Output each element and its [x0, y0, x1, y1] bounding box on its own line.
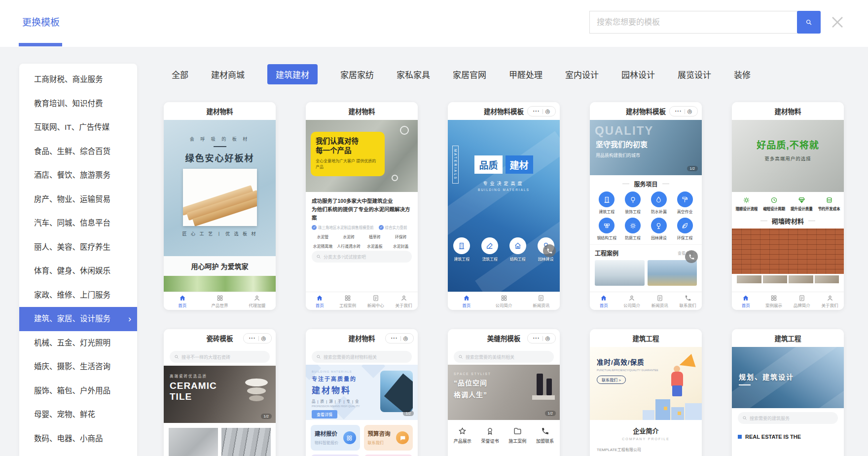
- accent-bar: [739, 384, 751, 385]
- product-item: 水泥管: [310, 234, 336, 239]
- quick-link: 荣誉证书: [476, 427, 504, 444]
- phone-float-button: [685, 250, 698, 263]
- thumbnail-strip: [732, 274, 844, 283]
- tab-decoration[interactable]: 装修: [734, 64, 751, 84]
- template-card-5[interactable]: 建材物料 好品质,不将就 更多高端用户的选择 理顺设计流程 缩短设计周期 提升设…: [732, 102, 844, 310]
- phone-tab-brand: 品牌简介: [788, 295, 816, 308]
- tab-building-materials-selected[interactable]: 建筑建材: [267, 64, 318, 84]
- phone-float-button: [543, 244, 556, 257]
- sidebar-item-construction-selected[interactable]: 建筑、家居、设计服务›: [19, 307, 137, 331]
- product-item: 水泥封盖: [388, 243, 414, 249]
- hero-banner: BUILDING MATERIALS 专注于高质量的 建材物料 品 | 质 | …: [306, 365, 418, 420]
- service-item: 浇筑工程: [476, 237, 504, 262]
- template-title: 建筑工程: [732, 329, 844, 347]
- tab-building-mall[interactable]: 建材商城: [211, 64, 245, 84]
- sidebar-item-hotel[interactable]: 酒店、餐饮、旅游票务: [19, 163, 137, 188]
- tab-exhibition-design[interactable]: 展览设计: [678, 64, 711, 84]
- tab-furniture[interactable]: 家私家具: [397, 64, 430, 84]
- sidebar-item-business[interactable]: 工商财税、商业服务: [19, 68, 137, 92]
- template-card-6[interactable]: 瓷砖模板 ···◎ 搜寻不一样的大理石瓷砖 高端瓷砖优选品质 CERAMICTI…: [164, 329, 276, 456]
- close-button[interactable]: [830, 15, 845, 30]
- house-icon: [514, 242, 522, 250]
- template-card-2[interactable]: 建材物料 我们认真对待每一个产品 全心全意地为广大客户 提供优质的产品 成功服务…: [306, 102, 418, 310]
- sidebar-item-realestate[interactable]: 房产、物业、运输贸易: [19, 188, 137, 212]
- promo-box: 我们认真对待每一个产品 全心全意地为广大客户 提供优质的产品: [311, 132, 385, 176]
- template-card-8[interactable]: 美缝剂模板 ···◎ 搜索您需要的美缝剂相关 SPACE STYLIST “品位…: [448, 329, 560, 456]
- search-icon: [458, 354, 463, 359]
- tab-formaldehyde[interactable]: 甲醛处理: [509, 64, 542, 84]
- quick-link: 加盟联系: [531, 427, 559, 444]
- headline-snippet: REAL ESTATE IS THE: [732, 426, 844, 440]
- pager-badge: 1/2: [545, 411, 556, 416]
- tab-home-site[interactable]: 家居官网: [453, 64, 486, 84]
- sidebar-item-machinery[interactable]: 机械、五金、灯光照明: [19, 331, 137, 355]
- sidebar-item-auto[interactable]: 汽车、同城、信息平台: [19, 211, 137, 235]
- tab-interior-design[interactable]: 室内设计: [565, 64, 599, 84]
- template-card-10[interactable]: 建筑工程 规划、建筑设计 搜索需要的建筑服务 REAL ESTATE IS TH…: [732, 329, 844, 456]
- sidebar-item-beauty[interactable]: 丽人、美容、医疗养生: [19, 235, 137, 260]
- star-icon: [449, 427, 476, 436]
- sidebar-item-baby[interactable]: 母婴、宠物、鲜花: [19, 403, 137, 427]
- hero-title-blocks: 品质建材: [448, 155, 560, 174]
- page-title-tab[interactable]: 更换模板: [22, 15, 60, 28]
- sidebar-item-wedding[interactable]: 婚庆、摄影、生活咨询: [19, 355, 137, 379]
- phone-tab-news: 新闻资讯: [522, 295, 560, 308]
- template-card-9[interactable]: 建筑工程 准时/高效/保质 PUNCTUAL/EFFICIENCY/QUALIT…: [590, 329, 702, 456]
- miniprogram-capsule: ···◎: [527, 106, 556, 116]
- sidebar-item-apparel[interactable]: 服饰、箱包、户外用品: [19, 379, 137, 403]
- diamond-icon: [788, 196, 816, 204]
- water-drop-icon: [655, 196, 662, 203]
- search-icon: [316, 254, 321, 259]
- phone-tab-products: 产品世界: [201, 295, 239, 308]
- template-card-7[interactable]: 建材物料 ···◎ 搜索您需要的建材物料相关 BUILDING MATERIAL…: [306, 329, 418, 456]
- phone-icon: [531, 427, 559, 436]
- sidebar-item-food[interactable]: 食品、生鲜、综合百货: [19, 140, 137, 164]
- miniprogram-capsule: ···◎: [669, 106, 698, 116]
- template-card-3[interactable]: 建材物料模板 ···◎ MATERIALS 品质建材 专业决定高度 BUILDI…: [448, 102, 560, 310]
- template-picker-page: 更换模板 工商财税、商业服务 教育培训、知识付费 互联网、IT、广告传媒 食品、…: [0, 0, 868, 456]
- section-title: 工程案例: [595, 249, 618, 257]
- tab-home-textile[interactable]: 家居家纺: [340, 64, 374, 84]
- tab-landscape-design[interactable]: 园林设计: [621, 64, 655, 84]
- sidebar-item-digital[interactable]: 数码、电器、小商品: [19, 427, 137, 451]
- search-input[interactable]: [589, 11, 797, 34]
- chat-icon: [396, 431, 409, 444]
- feature-card-quote: 建材报价 物料智能报价: [311, 425, 360, 451]
- feature-item: 提升设计质量: [788, 196, 816, 211]
- search-button[interactable]: [797, 11, 821, 34]
- miniprogram-capsule: ···◎: [527, 333, 556, 343]
- company-profile-section: 企业简介 COMPANY PROFILE TEMPLATE工程有限公司: [590, 420, 702, 452]
- more-icon: ···: [533, 337, 540, 340]
- hero-heading: 规划、建筑设计: [739, 372, 837, 381]
- tab-all[interactable]: 全部: [172, 64, 188, 84]
- tree-icon: [655, 222, 662, 229]
- feature-item: 节约开发成本: [815, 196, 843, 211]
- sidebar-item-housekeeping[interactable]: 家政、维修、上门服务: [19, 283, 137, 307]
- check-icon: ✓: [312, 225, 317, 230]
- grid-icon: [344, 295, 351, 302]
- product-item: 人行道透水砖: [336, 243, 362, 249]
- search-icon: [742, 416, 747, 420]
- service-item: 钢结构工程: [594, 218, 620, 240]
- product-item: 水泥隔离墩: [310, 243, 336, 249]
- phone-tab-join: 代理加盟: [238, 295, 276, 308]
- template-card-4[interactable]: 建材物料模板 ···◎ QUALITY 坚守我们的初衷 用品质构建我们的城市 1…: [590, 102, 702, 310]
- miniprogram-capsule: ···◎: [243, 333, 272, 343]
- phone-search-bar: 搜寻不一样的大理石瓷砖: [170, 351, 270, 363]
- sidebar-item-internet[interactable]: 互联网、IT、广告传媒: [19, 115, 137, 140]
- phone-search-bar: 搜索您需要的美缝剂相关: [454, 351, 554, 363]
- check-icon: ✓: [379, 225, 384, 230]
- service-item: 高空作业: [672, 191, 698, 214]
- phone-tab-home: 首页: [590, 295, 618, 308]
- sidebar-item-sports[interactable]: 体育、健身、休闲娱乐: [19, 259, 137, 283]
- phone-tab-contact: 联系我们: [674, 295, 702, 308]
- hero-banner: 准时/高效/保质 PUNCTUAL/EFFICIENCY/QUALITY GUA…: [590, 347, 702, 420]
- template-card-1[interactable]: 建材物料 会 呼 吸 的 板 材 绿色安心好板材 匠 心 工 艺 丨 优 选 板…: [164, 102, 276, 310]
- template-title: 建材物料: [306, 102, 418, 120]
- section-title: 企业简介: [590, 426, 702, 435]
- search-icon: [174, 354, 179, 359]
- wood-plank-photo: [183, 169, 257, 226]
- promo-subtext: 全心全意地为广大客户 提供优质的产品: [316, 158, 380, 170]
- sidebar-item-education[interactable]: 教育培训、知识付费: [19, 92, 137, 116]
- highlights: ✓珠三角地区水泥制品销售规模靠前 ✓综合实力靠前: [306, 224, 418, 232]
